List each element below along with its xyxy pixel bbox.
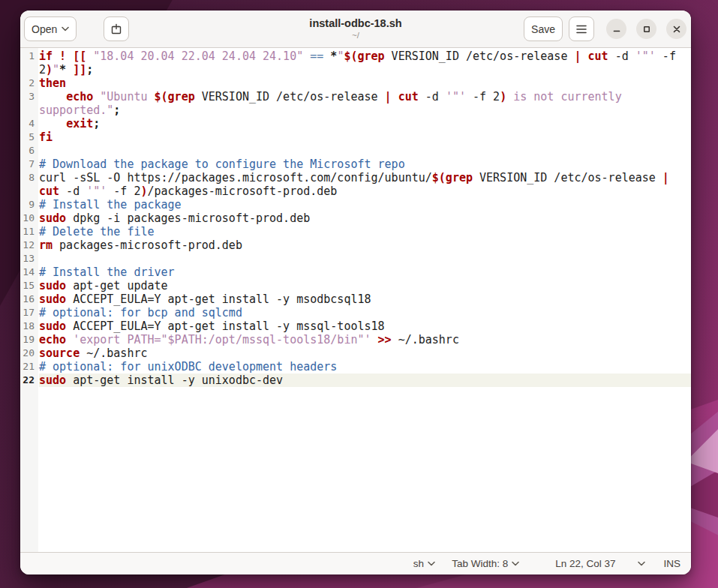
code-text[interactable]: exit; <box>39 117 691 130</box>
code-token[interactable]: " <box>53 63 59 76</box>
code-token[interactable]: | <box>385 90 392 104</box>
code-text[interactable]: sudo ACCEPT_EULA=Y apt-get install -y ms… <box>39 292 691 306</box>
minimize-button[interactable] <box>606 19 626 39</box>
code-text[interactable]: # Install the package <box>39 198 691 212</box>
code-token[interactable] <box>66 50 73 63</box>
code-text[interactable]: if ! [[ "18.04 20.04 22.04 24.04 24.10" … <box>39 50 691 76</box>
code-line[interactable]: 6​ <box>20 144 691 158</box>
code-text[interactable]: rm packages-microsoft-prod.deb <box>39 238 691 252</box>
code-token[interactable]: cut <box>398 90 419 104</box>
code-token[interactable]: ) <box>140 184 147 198</box>
code-token[interactable]: # Install the driver <box>39 266 175 279</box>
code-token[interactable]: [[ <box>73 50 86 63</box>
code-token[interactable]: echo <box>66 90 93 104</box>
code-text[interactable]: source ~/.bashrc <box>39 346 691 360</box>
code-token[interactable]: VERSION_ID /etc/os-release <box>195 90 385 104</box>
input-mode-indicator[interactable]: INS <box>663 558 680 569</box>
code-line[interactable]: 19echo 'export PATH="$PATH:/opt/mssql-to… <box>20 333 691 346</box>
code-token[interactable] <box>39 90 66 104</box>
code-line[interactable]: 13​ <box>20 252 691 266</box>
code-token[interactable]: -d <box>608 50 635 63</box>
code-token[interactable]: # Download the package to configure the … <box>39 158 405 171</box>
code-token[interactable]: VERSION_ID /etc/os-release <box>473 171 662 184</box>
code-token[interactable]: sudo <box>39 292 66 306</box>
code-token[interactable]: apt-get update <box>66 279 167 292</box>
code-token[interactable]: ACCEPT_EULA=Y apt-get install -y msodbcs… <box>66 292 371 306</box>
code-token[interactable]: cut <box>588 50 608 63</box>
code-token[interactable]: VERSION_ID /etc/os-release <box>385 50 575 63</box>
code-token[interactable]: source <box>39 346 80 360</box>
code-token[interactable]: cut <box>39 184 59 198</box>
code-text[interactable]: ​ <box>39 252 691 266</box>
code-token[interactable]: rm <box>39 238 53 252</box>
code-token[interactable]: ; <box>86 63 93 76</box>
code-token[interactable] <box>66 63 73 76</box>
code-line[interactable]: 9# Install the package <box>20 198 691 212</box>
code-token[interactable]: >> <box>378 333 392 346</box>
code-token[interactable]: 'export PATH="$PATH:/opt/mssql-tools18/b… <box>73 333 371 346</box>
code-token[interactable]: # Delete the file <box>39 225 155 238</box>
code-token[interactable]: == <box>310 50 323 63</box>
code-line[interactable]: 17# optional: for bcp and sqlcmd <box>20 306 691 320</box>
code-line[interactable]: 16sudo ACCEPT_EULA=Y apt-get install -y … <box>20 292 691 306</box>
close-button[interactable] <box>666 19 686 39</box>
code-token[interactable] <box>39 117 66 130</box>
code-token[interactable]: sudo <box>39 374 66 387</box>
code-line[interactable]: 3 echo "Ubuntu $(grep VERSION_ID /etc/os… <box>20 90 691 117</box>
code-token[interactable]: fi <box>39 130 53 144</box>
code-token[interactable]: ) <box>46 63 53 76</box>
cursor-position-button[interactable]: Ln 22, Col 37 <box>555 558 615 569</box>
new-tab-button[interactable] <box>104 16 129 41</box>
code-token[interactable]: # Install the package <box>39 198 182 212</box>
goto-line-chevron-button[interactable] <box>638 561 645 566</box>
code-text[interactable]: sudo dpkg -i packages-microsoft-prod.deb <box>39 212 691 225</box>
open-button[interactable]: Open <box>24 16 77 41</box>
code-token[interactable]: curl -sSL -O https://packages.microsoft.… <box>39 171 432 184</box>
code-token[interactable] <box>581 50 588 63</box>
code-line[interactable]: 5fi <box>20 130 691 144</box>
code-token[interactable]: ; <box>113 104 120 117</box>
tab-width-selector[interactable]: Tab Width: 8 <box>452 558 519 569</box>
code-text[interactable]: # Install the driver <box>39 266 691 279</box>
code-token[interactable]: '"' <box>86 184 107 198</box>
code-token[interactable]: apt-get install -y unixodbc-dev <box>66 374 283 387</box>
code-token[interactable] <box>86 50 93 63</box>
code-token[interactable]: packages-microsoft-prod.deb <box>53 238 242 252</box>
code-token[interactable] <box>669 171 676 184</box>
save-button[interactable]: Save <box>524 16 563 41</box>
code-line[interactable]: 14# Install the driver <box>20 266 691 279</box>
code-token[interactable]: $(grep <box>432 171 473 184</box>
code-token[interactable]: "Ubuntu <box>100 90 154 104</box>
code-text[interactable]: sudo apt-get install -y unixodbc-dev <box>39 374 691 387</box>
code-token[interactable]: -f 2 <box>466 90 500 104</box>
code-token[interactable] <box>53 50 59 63</box>
code-lines[interactable]: 1if ! [[ "18.04 20.04 22.04 24.04 24.10"… <box>20 48 691 387</box>
code-token[interactable]: -d <box>59 184 86 198</box>
code-text[interactable]: ​ <box>39 144 691 158</box>
code-token[interactable]: ! <box>59 50 66 63</box>
code-line[interactable]: 4 exit; <box>20 117 691 130</box>
code-text[interactable]: echo "Ubuntu $(grep VERSION_ID /etc/os-r… <box>39 90 691 117</box>
code-token[interactable]: if <box>39 50 53 63</box>
code-token[interactable]: $(grep <box>344 50 384 63</box>
code-text[interactable]: then <box>39 76 691 90</box>
maximize-button[interactable] <box>636 19 656 39</box>
code-line[interactable]: 2then <box>20 76 691 90</box>
code-token[interactable]: $(grep <box>155 90 195 104</box>
code-token[interactable]: ) <box>500 90 506 104</box>
code-token[interactable]: then <box>39 76 66 90</box>
code-line[interactable]: 18sudo ACCEPT_EULA=Y apt-get install -y … <box>20 320 691 333</box>
code-token[interactable] <box>66 333 73 346</box>
code-token[interactable]: -f 2 <box>107 184 140 198</box>
code-token[interactable]: exit <box>66 117 93 130</box>
code-token[interactable] <box>303 50 310 63</box>
code-token[interactable]: ACCEPT_EULA=Y apt-get install -y mssql-t… <box>66 320 384 333</box>
code-line[interactable]: 11# Delete the file <box>20 225 691 238</box>
code-token[interactable]: dpkg -i packages-microsoft-prod.deb <box>66 212 310 225</box>
code-token[interactable]: /packages-microsoft-prod.deb <box>148 184 338 198</box>
code-text[interactable]: # Delete the file <box>39 225 691 238</box>
code-token[interactable]: * <box>59 63 66 76</box>
code-line[interactable]: 22sudo apt-get install -y unixodbc-dev <box>20 374 691 387</box>
code-token[interactable] <box>371 333 378 346</box>
menu-button[interactable] <box>569 16 594 41</box>
